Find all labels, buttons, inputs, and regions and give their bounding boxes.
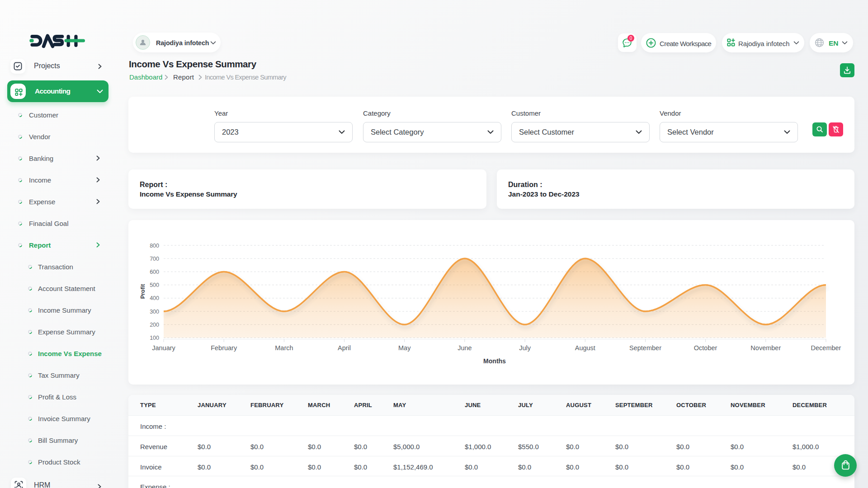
svg-text:December: December [811, 344, 841, 352]
svg-text:February: February [211, 344, 237, 352]
svg-text:600: 600 [150, 269, 159, 275]
svg-text:August: August [575, 344, 595, 352]
svg-text:March: March [275, 344, 293, 352]
svg-text:January: January [152, 344, 175, 352]
svg-text:700: 700 [150, 256, 159, 262]
svg-text:500: 500 [150, 282, 159, 288]
svg-text:November: November [750, 344, 781, 352]
svg-text:100: 100 [150, 335, 159, 341]
svg-text:200: 200 [150, 322, 159, 328]
svg-text:October: October [694, 344, 717, 352]
svg-text:September: September [629, 344, 661, 352]
svg-text:Months: Months [483, 357, 506, 365]
svg-text:April: April [338, 344, 351, 352]
svg-text:May: May [398, 344, 411, 352]
svg-text:July: July [519, 344, 531, 352]
svg-text:June: June [458, 344, 472, 352]
svg-text:800: 800 [150, 243, 159, 249]
svg-text:400: 400 [150, 295, 159, 301]
svg-text:Profit: Profit [140, 284, 146, 299]
svg-text:300: 300 [150, 309, 159, 315]
